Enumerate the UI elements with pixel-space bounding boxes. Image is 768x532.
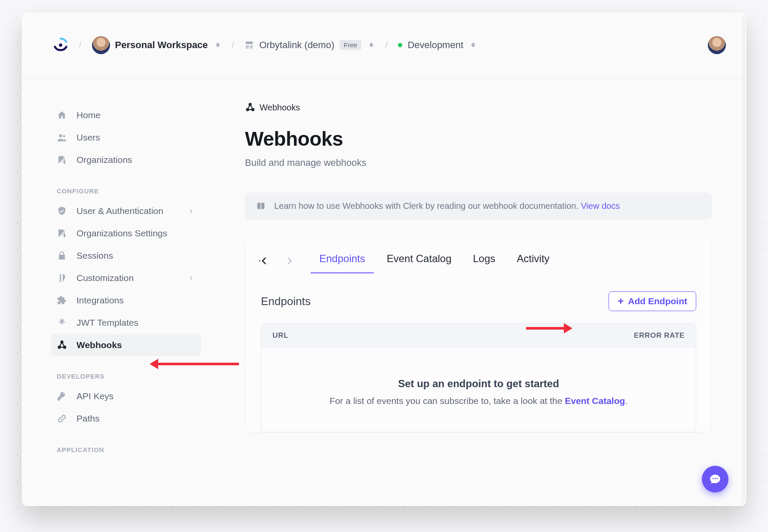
sidebar-item-label: Customization bbox=[76, 273, 134, 283]
svg-rect-1 bbox=[246, 41, 253, 44]
column-error-rate: ERROR RATE bbox=[634, 331, 685, 340]
chevron-right-icon: › bbox=[190, 205, 193, 217]
workspace-avatar bbox=[92, 36, 110, 54]
top-bar: / Personal Workspace / Orbytalink (demo)… bbox=[21, 12, 747, 78]
sidebar-item-jwt-templates[interactable]: JWT Templates bbox=[51, 312, 201, 334]
environment-selector[interactable]: Development bbox=[398, 40, 477, 51]
sidebar-item-label: Paths bbox=[76, 413, 100, 424]
sidebar-section-application: APPLICATION bbox=[51, 430, 228, 459]
chevron-right-icon: › bbox=[190, 272, 193, 284]
sidebar-item-home[interactable]: Home bbox=[51, 104, 201, 126]
sidebar-item-label: Users bbox=[76, 132, 100, 143]
status-dot-icon bbox=[398, 43, 402, 47]
building-icon bbox=[57, 228, 67, 238]
webhook-icon bbox=[245, 102, 255, 113]
nav-back-button[interactable] bbox=[258, 255, 269, 266]
sidebar-item-label: Organizations Settings bbox=[76, 228, 167, 238]
view-docs-link[interactable]: View docs bbox=[581, 201, 620, 211]
svg-point-0 bbox=[59, 43, 62, 47]
plus-icon: + bbox=[618, 296, 624, 306]
webhooks-panel: Endpoints Event Catalog Logs Activity En… bbox=[245, 238, 712, 433]
empty-state-title: Set up an endpoint to get started bbox=[278, 378, 679, 390]
sidebar-item-webhooks[interactable]: Webhooks bbox=[51, 334, 201, 356]
sidebar-item-label: User & Authentication bbox=[76, 206, 163, 216]
svg-point-5 bbox=[63, 135, 65, 138]
panel-tabs: Endpoints Event Catalog Logs Activity bbox=[318, 248, 551, 273]
chevron-updown-icon bbox=[369, 41, 375, 49]
annotation-arrow-add-endpoint bbox=[526, 327, 565, 330]
docs-banner-text: Learn how to use Webhooks with Clerk by … bbox=[274, 201, 620, 211]
docs-banner: Learn how to use Webhooks with Clerk by … bbox=[245, 193, 712, 220]
shield-icon bbox=[57, 206, 67, 216]
endpoints-table: URL ERROR RATE Set up an endpoint to get… bbox=[261, 323, 696, 432]
workspace-selector[interactable]: Personal Workspace bbox=[92, 36, 222, 54]
sidebar: Home Users Organizations CONFIGURE User … bbox=[21, 78, 228, 506]
users-icon bbox=[57, 132, 67, 143]
main-content: Webhooks Webhooks Build and manage webho… bbox=[228, 78, 747, 506]
link-icon bbox=[57, 413, 67, 424]
svg-point-4 bbox=[59, 135, 62, 138]
add-endpoint-label: Add Endpoint bbox=[628, 296, 687, 306]
webhook-icon bbox=[57, 340, 67, 350]
breadcrumb-separator: / bbox=[79, 40, 82, 50]
breadcrumb-separator: / bbox=[232, 40, 235, 50]
home-icon bbox=[57, 110, 67, 120]
annotation-arrow-sidebar bbox=[157, 363, 239, 365]
puzzle-icon bbox=[57, 295, 67, 306]
project-icon bbox=[245, 40, 254, 50]
sidebar-item-api-keys[interactable]: API Keys bbox=[51, 385, 201, 407]
sidebar-item-paths[interactable]: Paths bbox=[51, 407, 201, 430]
breadcrumb-label: Webhooks bbox=[260, 103, 300, 113]
svg-rect-2 bbox=[246, 45, 249, 49]
table-header: URL ERROR RATE bbox=[261, 324, 696, 348]
breadcrumb-separator: / bbox=[386, 40, 388, 50]
project-name: Orbytalink (demo) bbox=[259, 40, 334, 51]
sidebar-item-label: Sessions bbox=[76, 251, 113, 261]
tab-endpoints[interactable]: Endpoints bbox=[318, 248, 366, 273]
lock-icon bbox=[57, 251, 67, 261]
tab-activity[interactable]: Activity bbox=[516, 248, 551, 273]
nav-forward-button[interactable] bbox=[284, 255, 295, 266]
empty-state-text: For a list of events you can subscribe t… bbox=[278, 396, 679, 406]
sidebar-item-org-settings[interactable]: Organizations Settings bbox=[51, 222, 201, 245]
sidebar-item-label: Home bbox=[76, 110, 101, 120]
workspace-name: Personal Workspace bbox=[115, 40, 208, 51]
chat-support-button[interactable] bbox=[702, 466, 728, 492]
panel-section-title: Endpoints bbox=[261, 295, 311, 308]
book-icon bbox=[256, 202, 266, 211]
sidebar-item-users[interactable]: Users bbox=[51, 126, 201, 149]
sidebar-item-customization[interactable]: Customization › bbox=[51, 267, 201, 289]
key-icon bbox=[57, 391, 67, 401]
page-breadcrumb: Webhooks bbox=[245, 102, 712, 113]
project-selector[interactable]: Orbytalink (demo) Free bbox=[245, 40, 375, 51]
svg-rect-3 bbox=[250, 45, 253, 49]
palette-icon bbox=[57, 273, 67, 283]
page-title: Webhooks bbox=[245, 127, 712, 150]
sidebar-item-organizations[interactable]: Organizations bbox=[51, 149, 201, 171]
chevron-updown-icon bbox=[471, 41, 477, 49]
sidebar-item-label: Organizations bbox=[76, 155, 132, 165]
tab-event-catalog[interactable]: Event Catalog bbox=[386, 248, 453, 273]
chevron-updown-icon bbox=[216, 41, 222, 49]
sidebar-item-label: JWT Templates bbox=[76, 318, 138, 328]
plan-badge: Free bbox=[340, 40, 361, 50]
sidebar-section-developers: DEVELOPERS bbox=[51, 356, 228, 385]
sidebar-item-label: Webhooks bbox=[76, 340, 122, 350]
sidebar-item-label: API Keys bbox=[76, 391, 113, 401]
sidebar-item-user-auth[interactable]: User & Authentication › bbox=[51, 200, 201, 222]
jwt-icon bbox=[57, 318, 67, 328]
column-url: URL bbox=[272, 331, 288, 340]
add-endpoint-button[interactable]: + Add Endpoint bbox=[609, 291, 696, 311]
tab-logs[interactable]: Logs bbox=[472, 248, 496, 273]
sidebar-item-sessions[interactable]: Sessions bbox=[51, 245, 201, 267]
sidebar-item-integrations[interactable]: Integrations bbox=[51, 289, 201, 312]
environment-name: Development bbox=[407, 40, 463, 51]
event-catalog-link[interactable]: Event Catalog bbox=[565, 396, 625, 406]
window-scrollbar[interactable] bbox=[742, 15, 745, 503]
app-window: / Personal Workspace / Orbytalink (demo)… bbox=[21, 12, 747, 506]
sidebar-section-configure: CONFIGURE bbox=[51, 171, 228, 200]
user-avatar[interactable] bbox=[708, 36, 726, 54]
clerk-logo-icon[interactable] bbox=[52, 37, 69, 53]
table-empty-state: Set up an endpoint to get started For a … bbox=[261, 348, 696, 432]
page-subtitle: Build and manage webhooks bbox=[245, 157, 712, 168]
